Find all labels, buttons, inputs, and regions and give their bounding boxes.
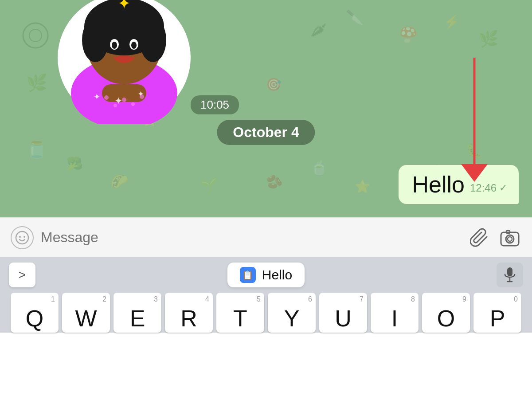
- svg-text:🔪: 🔪: [346, 9, 364, 26]
- svg-text:🍄: 🍄: [399, 26, 418, 44]
- svg-point-46: [16, 231, 28, 244]
- emoji-button[interactable]: [11, 226, 34, 249]
- svg-text:🍵: 🍵: [310, 160, 328, 176]
- key-O[interactable]: 9 O: [422, 293, 470, 333]
- svg-point-40: [122, 98, 126, 102]
- svg-point-31: [112, 42, 117, 49]
- svg-text:✦: ✦: [93, 92, 101, 102]
- svg-point-27: [82, 18, 109, 62]
- input-bar: [0, 217, 532, 257]
- svg-point-41: [140, 94, 144, 99]
- svg-text:⚡: ⚡: [443, 14, 460, 30]
- svg-text:🌱: 🌱: [200, 176, 219, 195]
- red-arrow: [461, 58, 488, 184]
- svg-marker-45: [461, 164, 488, 182]
- message-input[interactable]: [41, 229, 461, 246]
- date-badge: October 4: [217, 120, 315, 145]
- attach-button[interactable]: [468, 226, 491, 249]
- svg-point-43: [131, 102, 135, 106]
- paste-text: Hello: [262, 267, 292, 282]
- bubble-meta: 12:46 ✓: [470, 182, 507, 194]
- svg-point-0: [23, 23, 48, 48]
- svg-point-39: [104, 95, 109, 100]
- svg-text:🌮: 🌮: [111, 173, 129, 190]
- svg-text:✦: ✦: [117, 0, 131, 12]
- key-I[interactable]: 8 I: [371, 293, 419, 333]
- key-E[interactable]: 3 E: [113, 293, 161, 333]
- svg-rect-53: [507, 267, 512, 276]
- key-Q[interactable]: 1 Q: [11, 293, 59, 333]
- mic-button[interactable]: [497, 263, 523, 287]
- svg-point-33: [115, 55, 133, 63]
- svg-text:🌿: 🌿: [27, 73, 48, 93]
- svg-point-51: [508, 237, 512, 241]
- bubble-text: Hello: [412, 173, 465, 196]
- chat-area: ⭐ 🍃 🌿 🍄 🌶 🔪 🍄 ⚡ 🌿 🫙 🥦 🌮 🫘 🍵 ⭐ 🌿 🐛 🥦 🎯 🌱 …: [0, 0, 532, 217]
- svg-point-1: [29, 29, 42, 42]
- key-W[interactable]: 2 W: [62, 293, 110, 333]
- svg-text:🫙: 🫙: [27, 140, 47, 159]
- keyboard-area: > 📋 Hello 1 Q 2 W 3: [0, 257, 532, 333]
- key-T[interactable]: 5 T: [216, 293, 264, 333]
- message-status-icon: ✓: [499, 182, 507, 194]
- message-bubble: Hello 12:46 ✓: [399, 165, 519, 204]
- keyboard-expand-button[interactable]: >: [9, 263, 35, 287]
- clipboard-icon: 📋: [240, 267, 256, 283]
- key-R[interactable]: 4 R: [165, 293, 213, 333]
- key-P[interactable]: 0 P: [473, 293, 521, 333]
- svg-point-47: [19, 236, 21, 238]
- sticker-time: 10:05: [191, 95, 239, 114]
- svg-point-48: [23, 236, 25, 238]
- svg-text:🎯: 🎯: [266, 77, 282, 92]
- svg-text:⭐: ⭐: [355, 179, 370, 194]
- keyboard-top-bar: > 📋 Hello: [0, 257, 532, 293]
- svg-text:🌿: 🌿: [479, 29, 499, 48]
- key-row-1: 1 Q 2 W 3 E 4 R 5 T 6 Y: [3, 293, 529, 333]
- svg-text:🫘: 🫘: [266, 174, 283, 190]
- keyboard-rows: 1 Q 2 W 3 E 4 R 5 T 6 Y: [0, 293, 532, 333]
- svg-text:🌶: 🌶: [310, 21, 326, 39]
- key-U[interactable]: 7 U: [319, 293, 367, 333]
- svg-text:🥦: 🥦: [66, 156, 83, 172]
- svg-point-50: [506, 235, 514, 243]
- svg-point-42: [113, 104, 117, 107]
- svg-point-28: [140, 18, 166, 62]
- bubble-time: 12:46: [470, 182, 497, 194]
- camera-button[interactable]: [498, 226, 521, 249]
- key-Y[interactable]: 6 Y: [268, 293, 316, 333]
- paste-suggestion[interactable]: 📋 Hello: [227, 263, 305, 287]
- svg-point-32: [131, 42, 137, 49]
